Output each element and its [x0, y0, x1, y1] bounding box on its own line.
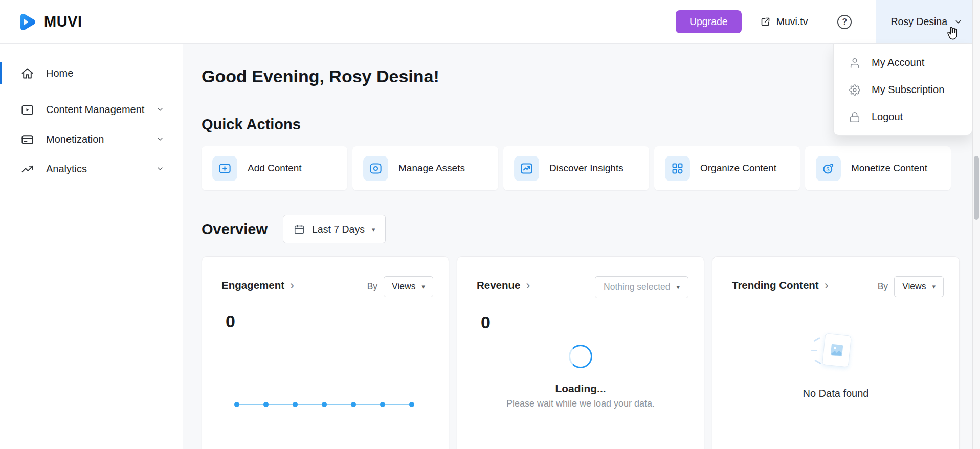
sidebar-item-home[interactable]: Home [0, 58, 183, 88]
calendar-icon [294, 223, 305, 235]
user-name: Rosy Desina [890, 16, 947, 28]
chart-data-point [380, 402, 385, 407]
revenue-filter-select[interactable]: Nothing selected ▾ [595, 276, 688, 298]
revenue-loading-state: Loading... Please wait while we load you… [457, 345, 704, 409]
engagement-line-chart [234, 401, 414, 408]
date-range-value: Last 7 Days [312, 223, 365, 235]
chart-data-point [293, 402, 298, 407]
quick-action-label: Add Content [248, 163, 302, 174]
topbar: MUVI Upgrade Muvi.tv ? Rosy Desina [0, 0, 980, 44]
vertical-scrollbar[interactable] [972, 0, 980, 449]
svg-text:$: $ [826, 166, 829, 172]
user-menu-trigger[interactable]: Rosy Desina [876, 0, 980, 43]
quick-action-organize-content[interactable]: Organize Content [654, 146, 800, 190]
chevron-down-icon [156, 105, 164, 114]
organize-content-icon [665, 156, 690, 181]
engagement-metric-value: Views [392, 281, 415, 292]
chevron-right-icon: › [526, 279, 530, 291]
trending-content-card: Trending Content › By Views ▾ [712, 256, 960, 449]
sidebar-item-label: Monetization [46, 133, 104, 145]
caret-down-icon: ▾ [932, 283, 936, 290]
sidebar: Home Content Management Monetization [0, 44, 183, 449]
engagement-value: 0 [226, 311, 449, 331]
quick-actions-row: Add Content Manage Assets Discover Insig… [202, 146, 980, 190]
engagement-card: Engagement › By Views ▾ 0 [202, 256, 449, 449]
trending-metric-select[interactable]: Views ▾ [894, 276, 944, 297]
overview-title: Overview [202, 221, 268, 238]
menu-item-my-subscription[interactable]: My Subscription [834, 76, 972, 103]
card-title-text: Engagement [221, 279, 284, 291]
overview-header: Overview Last 7 Days ▾ [202, 215, 980, 243]
upgrade-button[interactable]: Upgrade [676, 10, 742, 33]
quick-action-add-content[interactable]: Add Content [202, 146, 347, 190]
home-icon [20, 66, 34, 80]
revenue-card-title[interactable]: Revenue › [477, 279, 530, 291]
date-range-dropdown[interactable]: Last 7 Days ▾ [283, 215, 386, 243]
caret-down-icon: ▾ [421, 283, 425, 290]
menu-item-label: Logout [872, 111, 903, 123]
scrollbar-thumb[interactable] [974, 156, 979, 220]
lock-icon [849, 111, 860, 123]
trending-empty-state: No Data found [712, 331, 959, 399]
user-icon [849, 57, 860, 69]
revenue-card: Revenue › Nothing selected ▾ 0 Loading..… [457, 256, 704, 449]
revenue-value: 0 [481, 312, 704, 332]
sidebar-item-content-management[interactable]: Content Management [0, 95, 183, 124]
muvi-logo-icon [17, 12, 37, 32]
sidebar-item-label: Home [46, 68, 73, 79]
loading-title: Loading... [555, 383, 606, 395]
user-dropdown-menu: My Account My Subscription Logout [833, 44, 972, 136]
card-title-text: Revenue [477, 279, 520, 291]
discover-insights-icon [514, 156, 539, 181]
add-content-icon [212, 156, 237, 181]
muvi-tv-label: Muvi.tv [776, 16, 808, 28]
overview-cards: Engagement › By Views ▾ 0 [202, 256, 980, 449]
muvi-logo: MUVI [17, 12, 82, 32]
external-link-icon [760, 16, 771, 27]
by-label: By [878, 281, 888, 292]
chevron-down-icon [156, 135, 164, 143]
card-title-text: Trending Content [732, 279, 819, 291]
sidebar-item-analytics[interactable]: Analytics [0, 154, 183, 184]
quick-action-manage-assets[interactable]: Manage Assets [352, 146, 498, 190]
menu-item-label: My Account [872, 57, 924, 69]
quick-action-discover-insights[interactable]: Discover Insights [503, 146, 649, 190]
trending-metric-value: Views [902, 281, 926, 292]
monetize-content-icon: $ [816, 156, 841, 181]
gear-icon [849, 84, 860, 96]
quick-action-label: Monetize Content [851, 163, 927, 174]
chevron-right-icon: › [825, 279, 829, 291]
caret-down-icon: ▾ [372, 226, 375, 233]
chart-data-point [351, 402, 356, 407]
quick-action-label: Discover Insights [549, 163, 623, 174]
trending-card-title[interactable]: Trending Content › [732, 279, 829, 291]
chevron-right-icon: › [290, 279, 294, 291]
chevron-down-icon [156, 165, 164, 173]
help-icon[interactable]: ? [837, 15, 852, 29]
brand-name: MUVI [44, 13, 82, 30]
chart-data-point [409, 402, 414, 407]
analytics-icon [20, 162, 34, 176]
sidebar-item-label: Analytics [46, 163, 87, 175]
engagement-chart-dots [234, 402, 414, 407]
engagement-card-title[interactable]: Engagement › [221, 279, 294, 291]
muvi-tv-link[interactable]: Muvi.tv [760, 16, 808, 28]
quick-action-label: Manage Assets [398, 163, 465, 174]
revenue-filter-value: Nothing selected [604, 282, 670, 293]
content-management-icon [20, 103, 34, 117]
manage-assets-icon [363, 156, 388, 181]
engagement-metric-select[interactable]: Views ▾ [384, 276, 433, 297]
quick-action-monetize-content[interactable]: $ Monetize Content [805, 146, 951, 190]
chart-data-point [322, 402, 327, 407]
chevron-down-icon [954, 17, 963, 26]
menu-item-logout[interactable]: Logout [834, 103, 972, 130]
menu-item-label: My Subscription [872, 84, 944, 96]
sidebar-item-monetization[interactable]: Monetization [0, 124, 183, 154]
chart-data-point [234, 402, 239, 407]
caret-down-icon: ▾ [676, 284, 680, 290]
no-data-image-icon [815, 331, 856, 370]
chart-data-point [263, 402, 269, 407]
by-label: By [367, 281, 377, 292]
monetization-icon [20, 132, 34, 146]
menu-item-my-account[interactable]: My Account [834, 49, 972, 76]
